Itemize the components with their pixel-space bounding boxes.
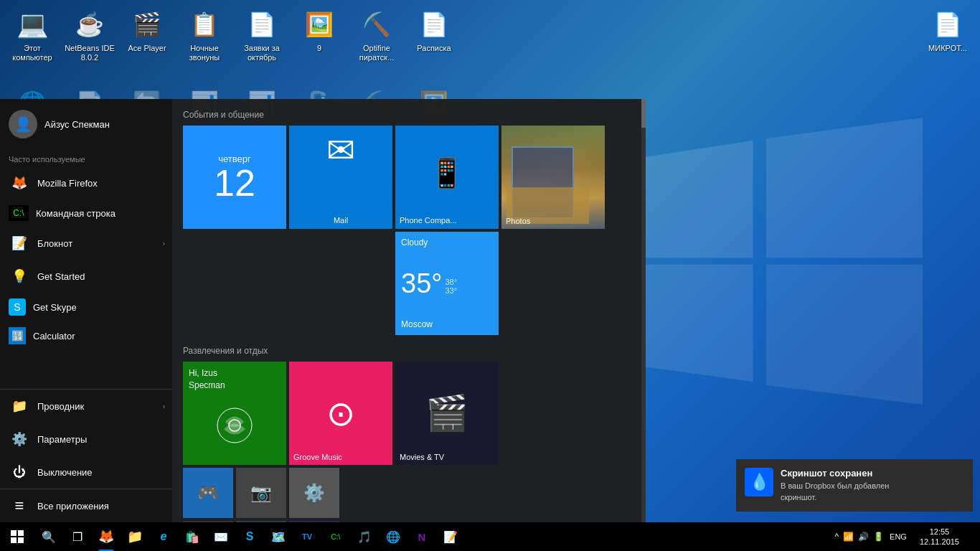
start-menu-left-panel: 👤 Айзус Спекман Часто используемые 🦊 Moz…: [0, 99, 172, 522]
scrollbar-track: [641, 99, 646, 522]
svg-rect-7: [18, 530, 24, 536]
desktop-icon-9[interactable]: 🖼️ 9: [291, 4, 348, 66]
desktop-icon-ace-player[interactable]: 🎬 Ace Player: [118, 4, 176, 66]
tiles-grid-section2: Hi, IzusSpecman ⊙ Groove Music 🎬: [183, 362, 635, 522]
apps-icon: ≡: [9, 495, 30, 517]
language-indicator[interactable]: ENG: [886, 532, 910, 541]
sidebar-item-explorer[interactable]: 📁 Проводник ›: [0, 390, 172, 423]
xbox-icon: [217, 408, 253, 443]
taskbar-skype[interactable]: S: [235, 522, 264, 551]
start-button[interactable]: [0, 522, 34, 551]
taskbar-items: 🔍 ❐ 🦊 📁 e 🛍️ ✉️ S 🗺️ TV C:\ 🎵 🌐 N 📝: [34, 522, 825, 551]
weather-condition: Cloudy: [401, 237, 493, 248]
windows-logo-desktop: [636, 118, 923, 405]
desktop-icon-optifine[interactable]: ⛏️ Optifineпиратск...: [348, 4, 405, 66]
sidebar-item-skype[interactable]: S Get Skype: [0, 293, 172, 321]
network-icon[interactable]: 📶: [841, 532, 856, 542]
taskbar-edge[interactable]: e: [149, 522, 178, 551]
taskbar-vlc[interactable]: 🎵: [350, 522, 379, 551]
tile-small-1[interactable]: 🎮: [183, 468, 233, 518]
sidebar-item-get-started[interactable]: 💡 Get Started: [0, 260, 172, 293]
taskbar-onenote[interactable]: N: [407, 522, 436, 551]
taskbar-cmd[interactable]: C:\: [321, 522, 350, 551]
section1-label: События и общение: [183, 110, 635, 120]
desktop-icons-row1: 💻 Этоткомпьютер ☕ NetBeans IDE8.0.2 🎬 Ac…: [0, 0, 980, 70]
photos-label: Photos: [506, 217, 530, 225]
tile-photos[interactable]: Photos: [501, 126, 605, 229]
taskbar-search[interactable]: 🔍: [34, 522, 63, 551]
sidebar-item-firefox[interactable]: 🦊 Mozilla Firefox: [0, 166, 172, 199]
avatar: 👤: [9, 110, 37, 138]
system-icons: ^ 📶 🔊 🔋 ENG: [829, 532, 913, 542]
mail-label: Mail: [334, 216, 348, 225]
gear-icon: ⚙️: [9, 428, 30, 450]
windows-logo-icon: [11, 530, 24, 543]
tiles-col-phone-weather: 📱 Phone Compa... Cloudy 35° 38° 33° Mosc…: [395, 126, 499, 335]
phone-label: Phone Compa...: [400, 216, 494, 225]
calendar-day-number: 12: [214, 164, 255, 202]
sidebar-item-calculator[interactable]: 🔢 Calculator: [0, 321, 172, 350]
weather-low: 33°: [445, 286, 457, 295]
weather-temp: 35°: [401, 268, 442, 299]
tile-small-5[interactable]: 🌀: [236, 521, 286, 522]
show-desktop-button[interactable]: [965, 522, 976, 551]
scrollbar-thumb[interactable]: [641, 99, 646, 128]
taskbar-mail[interactable]: ✉️: [207, 522, 235, 551]
taskbar-folder[interactable]: 📁: [121, 522, 149, 551]
section2-label: Развлечения и отдых: [183, 346, 635, 356]
taskbar-teamviewer[interactable]: TV: [293, 522, 321, 551]
sidebar-item-notepad[interactable]: 📝 Блокнот ›: [0, 227, 172, 260]
tile-small-2[interactable]: 📷: [236, 468, 286, 518]
desktop-icon-netbeans[interactable]: ☕ NetBeans IDE8.0.2: [61, 4, 118, 66]
toast-content: Скриншот сохранен В ваш Dropbox был доба…: [781, 468, 964, 503]
skype-icon: S: [9, 298, 26, 316]
start-bottom: 📁 Проводник › ⚙️ Параметры ⏻ Выключение …: [0, 389, 172, 522]
firefox-icon: 🦊: [9, 172, 30, 194]
taskbar: 🔍 ❐ 🦊 📁 e 🛍️ ✉️ S 🗺️ TV C:\ 🎵 🌐 N 📝 ^ 📶 …: [0, 522, 980, 551]
tile-small-3[interactable]: ⚙️: [289, 468, 339, 518]
desktop-icon-this-computer[interactable]: 💻 Этоткомпьютер: [4, 4, 61, 66]
tile-movies-tv[interactable]: 🎬 Movies & TV: [395, 362, 499, 465]
tile-xbox-user[interactable]: Hi, IzusSpecman: [183, 362, 286, 465]
tile-groove-music[interactable]: ⊙ Groove Music: [289, 362, 392, 465]
start-menu: 👤 Айзус Спекман Часто используемые 🦊 Moz…: [0, 99, 646, 522]
tile-small-4[interactable]: 🎵: [183, 521, 233, 522]
start-user[interactable]: 👤 Айзус Спекман: [0, 99, 172, 149]
taskbar-maps[interactable]: 🗺️: [264, 522, 293, 551]
volume-icon[interactable]: 🔊: [856, 532, 871, 542]
sidebar-item-settings[interactable]: ⚙️ Параметры: [0, 423, 172, 456]
tiles-grid-section1: четверг 12 ✉ Mail 📱 Phone Compa... Cloud…: [183, 126, 635, 335]
tile-weather[interactable]: Cloudy 35° 38° 33° Moscow: [395, 232, 499, 335]
taskbar-wordpad[interactable]: 📝: [436, 522, 465, 551]
weather-high: 38°: [445, 278, 457, 286]
svg-rect-6: [11, 530, 17, 536]
frequent-label: Часто используемые: [0, 149, 172, 166]
tile-small-6[interactable]: ✨: [289, 521, 339, 522]
sidebar-item-shutdown[interactable]: ⏻ Выключение: [0, 456, 172, 489]
taskbar-clock[interactable]: 12:55 12.11.2015: [914, 527, 965, 547]
tile-calendar[interactable]: четверг 12: [183, 126, 286, 229]
taskbar-store[interactable]: 🛍️: [178, 522, 207, 551]
xbox-greeting: Hi, IzusSpecman: [189, 367, 281, 392]
sidebar-item-cmd[interactable]: C:\ Командная строка: [0, 199, 172, 227]
weather-location: Moscow: [401, 319, 493, 329]
show-hidden-icon[interactable]: ^: [832, 532, 841, 542]
taskbar-firefox[interactable]: 🦊: [92, 522, 121, 551]
lightbulb-icon: 💡: [9, 265, 30, 287]
tile-phone-companion[interactable]: 📱 Phone Compa...: [395, 126, 499, 229]
svg-rect-8: [11, 537, 17, 543]
tile-mail[interactable]: ✉ Mail: [289, 126, 392, 229]
start-tiles-panel: События и общение четверг 12 ✉ Mail 📱 Ph…: [172, 99, 646, 522]
sidebar-item-all-apps[interactable]: ≡ Все приложения: [0, 489, 172, 522]
desktop-icon-mikrot[interactable]: 📄 МИКРОТ...: [919, 4, 976, 66]
taskbar-network[interactable]: 🌐: [379, 522, 407, 551]
desktop-icon-october[interactable]: 📄 Заявки заоктябрь: [233, 4, 291, 66]
power-icon: ⏻: [9, 461, 30, 483]
desktop-icon-raspisanie[interactable]: 📄 Расписка: [405, 4, 463, 66]
taskbar-task-view[interactable]: ❐: [63, 522, 92, 551]
notepad-icon: 📝: [9, 232, 30, 254]
movies-label: Movies & TV: [400, 453, 444, 461]
desktop-icon-night-calls[interactable]: 📋 Ночныезвонуны: [176, 4, 233, 66]
chevron-right-icon2: ›: [163, 402, 165, 410]
battery-icon[interactable]: 🔋: [871, 532, 886, 542]
